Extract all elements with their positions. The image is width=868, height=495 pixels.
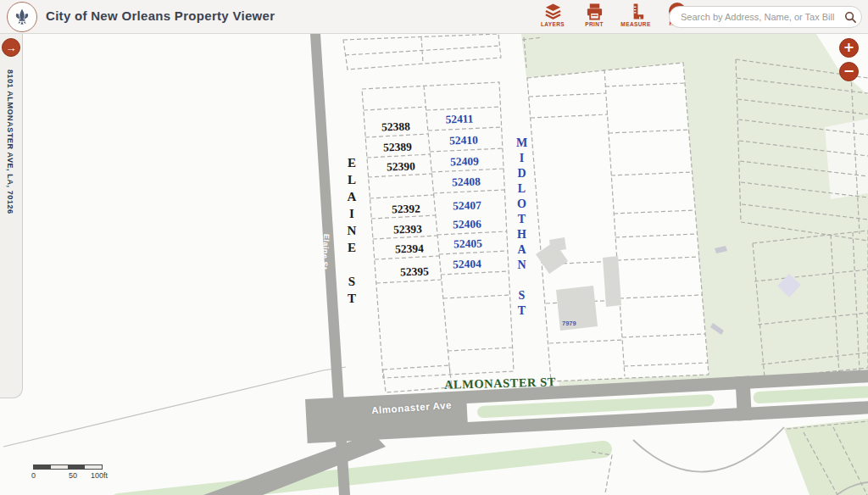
scalebar-segments	[33, 464, 103, 470]
selected-property-address: 8101 ALMONASTER AVE, LA, 70126	[6, 70, 14, 214]
page-title: City of New Orleans Property Viewer	[46, 8, 275, 23]
scalebar-segment	[51, 465, 68, 469]
print-icon	[586, 3, 604, 20]
search-bar	[669, 6, 862, 28]
parcel-label[interactable]: 52409	[445, 154, 485, 170]
app-header: City of New Orleans Property Viewer LAYE…	[0, 0, 868, 34]
print-button[interactable]: PRINT	[579, 3, 609, 31]
sidebar-expand-button[interactable]: →	[2, 38, 20, 57]
parcel-label[interactable]: 52411	[440, 112, 480, 127]
scale-fifty-label: 50	[69, 471, 77, 480]
search-input[interactable]	[670, 12, 839, 22]
measure-icon	[627, 3, 645, 20]
layers-label: LAYERS	[541, 21, 565, 27]
parcel-label[interactable]: 52404	[448, 257, 487, 272]
parcel-label[interactable]: 52405	[448, 236, 488, 252]
scale-zero-label: 0	[31, 471, 36, 480]
nola-fleur-de-lis-logo	[7, 2, 37, 32]
scalebar-segment	[34, 465, 51, 469]
zoom-in-button[interactable]: +	[839, 38, 859, 58]
street-label-elaine-st: ELAINE ST	[344, 156, 359, 309]
search-button[interactable]	[839, 7, 861, 27]
parcel-label[interactable]: 52407	[448, 198, 487, 214]
property-viewer-app: 52388 52389 52390 52392 52393 52394 5239…	[0, 0, 868, 495]
building-number-label: 7979	[562, 320, 576, 327]
parcel-label[interactable]: 52408	[447, 175, 487, 190]
measure-button[interactable]: MEASURE	[620, 3, 651, 31]
fleur-de-lis-icon	[13, 8, 31, 26]
street-label-midlothan-st: MIDLOTHAN ST	[515, 136, 528, 320]
measure-label: MEASURE	[620, 21, 650, 27]
scale-hundred-label: 100ft	[91, 471, 108, 480]
parcel-label[interactable]: 52389	[378, 140, 418, 155]
street-label-almonaster-st: ALMONASTER ST	[444, 375, 556, 392]
parcel-label[interactable]: 52395	[395, 264, 435, 280]
parcel-label[interactable]: 52410	[444, 133, 484, 148]
map-canvas[interactable]	[0, 0, 868, 495]
search-icon	[844, 11, 857, 24]
parcel-label[interactable]: 52388	[376, 120, 416, 135]
map-scalebar: 0 50 100ft	[33, 464, 111, 481]
layers-icon	[544, 3, 562, 20]
scalebar-segment	[68, 465, 85, 469]
print-label: PRINT	[585, 21, 604, 27]
parcel-label[interactable]: 52406	[448, 217, 487, 232]
parcel-label[interactable]: 52393	[388, 222, 428, 237]
layers-button[interactable]: LAYERS	[537, 3, 568, 31]
results-sidebar-collapsed: → 8101 ALMONASTER AVE, LA, 70126	[0, 34, 23, 398]
parcel-label[interactable]: 52394	[390, 242, 430, 257]
parcel-label[interactable]: 52390	[381, 159, 421, 175]
parcel-label[interactable]: 52392	[387, 202, 426, 217]
zoom-out-button[interactable]: −	[839, 62, 859, 81]
scalebar-segment	[85, 465, 102, 469]
